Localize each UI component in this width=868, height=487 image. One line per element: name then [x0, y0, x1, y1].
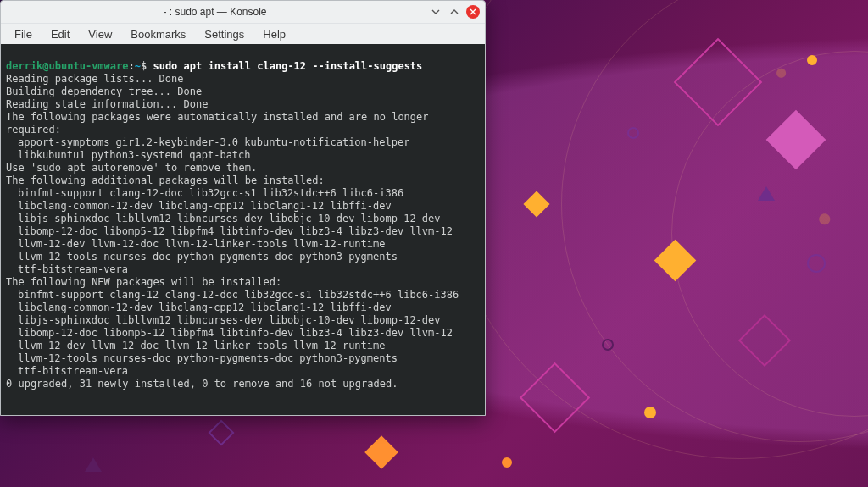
output-line: libkubuntu1 python3-systemd qapt-batch	[6, 149, 480, 162]
output-line: binfmt-support clang-12 clang-12-doc lib…	[6, 289, 480, 302]
deco-triangle	[85, 457, 102, 472]
output-line: Use 'sudo apt autoremove' to remove them…	[6, 162, 257, 174]
deco-circle-fill	[502, 457, 512, 468]
chevron-down-icon	[431, 8, 440, 16]
output-line: libjs-sphinxdoc libllvm12 libncurses-dev…	[6, 213, 480, 225]
maximize-button[interactable]	[448, 5, 461, 19]
menu-help[interactable]: Help	[254, 26, 294, 42]
output-line: llvm-12-dev llvm-12-doc llvm-12-linker-t…	[6, 340, 480, 352]
output-line: ttf-bitstream-vera	[6, 365, 480, 378]
window-titlebar[interactable]: - : sudo apt — Konsole	[1, 1, 485, 23]
deco-square-fill	[364, 435, 398, 469]
output-line: The following additional packages will b…	[6, 174, 325, 186]
menu-file[interactable]: File	[6, 26, 41, 42]
menu-settings[interactable]: Settings	[196, 26, 253, 42]
output-line: Reading state information... Done	[6, 98, 208, 110]
menu-view[interactable]: View	[80, 26, 120, 42]
deco-square-outline	[208, 419, 234, 445]
output-line: llvm-12-tools ncurses-doc python-pygment…	[6, 352, 480, 365]
output-line: libomp-12-doc libomp5-12 libpfm4 libtinf…	[6, 327, 480, 340]
output-line: llvm-12-tools ncurses-doc python-pygment…	[6, 251, 480, 263]
output-line: Building dependency tree... Done	[6, 86, 202, 97]
close-button[interactable]	[466, 5, 480, 19]
menubar: File Edit View Bookmarks Settings Help	[1, 23, 485, 44]
menu-edit[interactable]: Edit	[42, 26, 78, 42]
minimize-button[interactable]	[429, 5, 442, 19]
output-line: libomp-12-doc libomp5-12 libpfm4 libtinf…	[6, 225, 480, 238]
prompt-user-host: derrik@ubuntu-vmware	[6, 60, 129, 72]
close-icon	[470, 8, 476, 15]
output-line: libclang-common-12-dev libclang-cpp12 li…	[6, 200, 480, 213]
output-line: The following NEW packages will be insta…	[6, 276, 281, 288]
desktop-background: - : sudo apt — Konsole File Edit View Bo…	[0, 0, 868, 487]
konsole-window[interactable]: - : sudo apt — Konsole File Edit View Bo…	[0, 0, 486, 416]
output-summary: 0 upgraded, 31 newly installed, 0 to rem…	[6, 378, 398, 390]
output-line: libclang-common-12-dev libclang-cpp12 li…	[6, 302, 480, 314]
chevron-up-icon	[450, 8, 459, 16]
output-line: binfmt-support clang-12-doc lib32gcc-s1 …	[6, 187, 480, 200]
output-line: llvm-12-dev llvm-12-doc llvm-12-linker-t…	[6, 238, 480, 251]
prompt-separator: :	[129, 60, 135, 72]
output-line: Reading package lists... Done	[6, 73, 184, 85]
terminal-pane[interactable]: derrik@ubuntu-vmware:~$ sudo apt install…	[1, 44, 485, 415]
output-line: ttf-bitstream-vera	[6, 263, 480, 276]
output-line: apport-symptoms gir1.2-keybinder-3.0 kub…	[6, 136, 480, 149]
output-line: libjs-sphinxdoc libllvm12 libncurses-dev…	[6, 314, 480, 327]
menu-bookmarks[interactable]: Bookmarks	[122, 26, 194, 42]
prompt-path: ~	[135, 60, 141, 72]
window-title: - : sudo apt — Konsole	[6, 6, 424, 18]
output-line: The following packages were automaticall…	[6, 111, 435, 136]
prompt-symbol: $	[141, 60, 147, 72]
command-text: sudo apt install clang-12 --install-sugg…	[153, 60, 422, 72]
